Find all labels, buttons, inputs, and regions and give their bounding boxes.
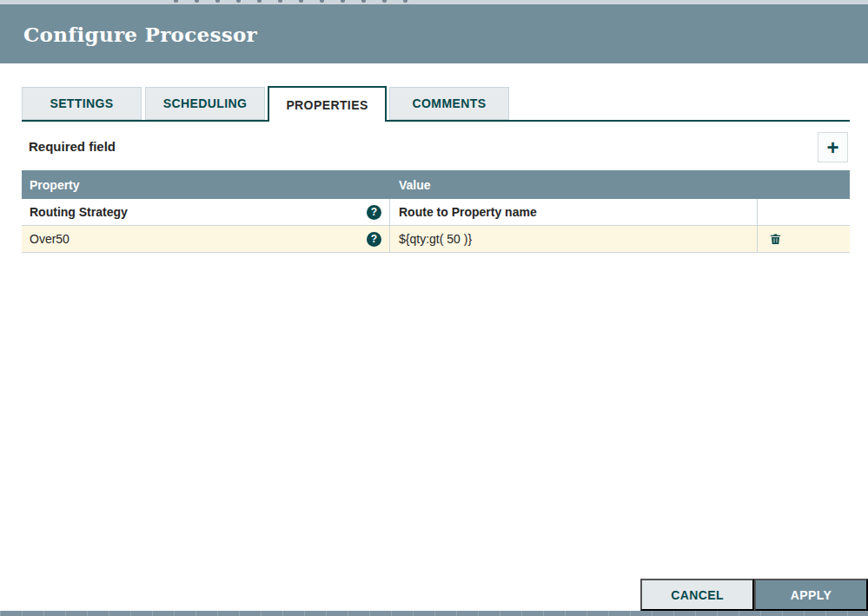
property-value-cell[interactable]: ${qty:gt( 50 )}: [390, 226, 758, 252]
row-actions-cell: [758, 226, 850, 252]
dialog-header: Configure Processor: [0, 4, 868, 63]
table-row-over50[interactable]: Over50 ? ${qty:gt( 50 )}: [22, 226, 850, 253]
plus-icon: +: [826, 137, 838, 158]
tab-properties[interactable]: PROPERTIES: [268, 86, 387, 122]
row-actions-cell: [758, 199, 850, 225]
dialog-title: Configure Processor: [23, 23, 257, 46]
cancel-button-label: CANCEL: [671, 588, 724, 602]
column-header-property: Property: [22, 178, 390, 192]
add-property-button[interactable]: +: [818, 132, 848, 162]
tab-underline: [22, 120, 850, 122]
required-field-label: Required field: [29, 139, 116, 154]
property-name: Routing Strategy: [30, 205, 128, 219]
property-name-cell[interactable]: Routing Strategy ?: [22, 199, 390, 225]
apply-button[interactable]: APPLY: [754, 579, 868, 611]
background-toolbar-artifacts: [174, 0, 178, 3]
tab-settings[interactable]: SETTINGS: [22, 87, 142, 120]
property-value: Route to Property name: [399, 205, 537, 219]
property-value-cell[interactable]: Route to Property name: [390, 199, 758, 225]
help-icon[interactable]: ?: [367, 205, 381, 220]
apply-button-label: APPLY: [791, 588, 832, 602]
property-name-cell[interactable]: Over50 ?: [22, 226, 390, 252]
delete-property-icon[interactable]: [769, 232, 782, 246]
cancel-button[interactable]: CANCEL: [640, 579, 754, 611]
help-icon[interactable]: ?: [367, 232, 381, 247]
table-row-routing-strategy[interactable]: Routing Strategy ? Route to Property nam…: [22, 199, 850, 226]
background-canvas-bottom: [0, 611, 868, 616]
tab-properties-label: PROPERTIES: [286, 98, 368, 112]
property-name: Over50: [30, 232, 70, 246]
tab-settings-label: SETTINGS: [50, 96, 113, 110]
properties-table-header: Property Value: [22, 170, 850, 199]
tab-comments[interactable]: COMMENTS: [389, 87, 509, 120]
property-value: ${qty:gt( 50 )}: [399, 232, 472, 246]
configure-processor-dialog: Configure Processor SETTINGS SCHEDULING …: [0, 0, 868, 616]
tab-scheduling[interactable]: SCHEDULING: [145, 87, 265, 120]
column-header-value: Value: [390, 178, 850, 192]
tab-scheduling-label: SCHEDULING: [163, 96, 248, 110]
properties-table: Property Value Routing Strategy ? Route …: [22, 170, 850, 253]
tab-comments-label: COMMENTS: [413, 96, 487, 110]
